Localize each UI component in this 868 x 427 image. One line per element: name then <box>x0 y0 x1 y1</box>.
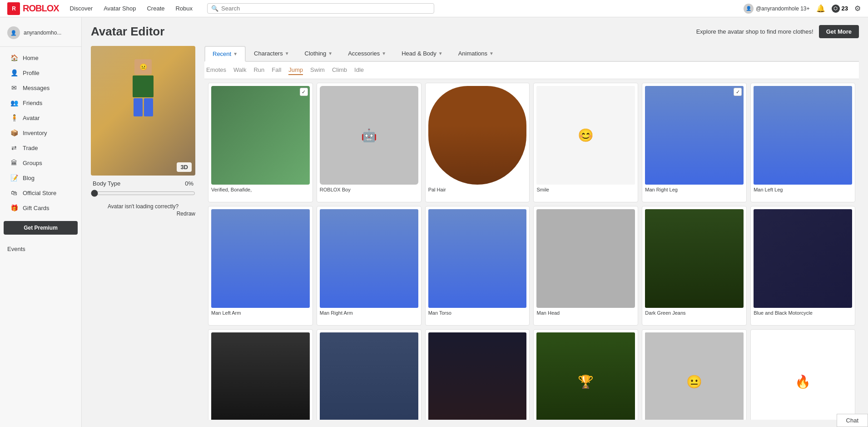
item-card[interactable]: Pal Hair <box>425 83 530 202</box>
item-image <box>428 86 527 185</box>
editor-panel: 😐 3D Body Type 0% Avatar isn't loading c… <box>91 46 859 420</box>
item-card[interactable]: ✓ Verified, Bonafide, <box>208 83 313 202</box>
item-card[interactable]: Man Left Arm <box>208 206 313 326</box>
robux-icon: ⬡ <box>832 5 840 13</box>
sidebar-item-friends[interactable]: 👥 Friends <box>3 95 79 110</box>
sidebar-item-messages[interactable]: ✉ Messages <box>3 80 79 95</box>
explore-text: Explore the avatar shop to find more clo… <box>696 28 813 35</box>
item-card[interactable]: Black Jeans with Sneakers <box>208 329 313 420</box>
redraw-link[interactable]: Redraw <box>91 211 195 217</box>
messages-icon: ✉ <box>10 84 18 91</box>
sub-tab-swim[interactable]: Swim <box>310 65 325 75</box>
logo[interactable]: R ROBLOX <box>7 2 59 15</box>
sidebar-label-giftcards: Gift Cards <box>23 205 50 211</box>
item-card[interactable]: 😐 Blockhead <box>642 329 747 420</box>
item-card[interactable]: Man Right Arm <box>317 206 422 326</box>
item-name: Man Left Arm <box>211 310 310 322</box>
sidebar-username: anyrandomho... <box>24 30 61 36</box>
item-image <box>211 332 310 420</box>
sidebar-label-messages: Messages <box>23 85 50 91</box>
avatar-torso <box>133 75 154 97</box>
item-name: Man Right Arm <box>320 310 418 322</box>
sidebar-item-blog[interactable]: 📝 Blog <box>3 171 79 185</box>
nav-discover[interactable]: Discover <box>70 5 93 12</box>
sub-tab-fall[interactable]: Fall <box>272 65 281 75</box>
sidebar-item-home[interactable]: 🏠 Home <box>3 50 79 65</box>
chat-button[interactable]: Chat <box>837 414 868 427</box>
item-card[interactable]: Man Torso <box>425 206 530 326</box>
tab-clothing-arrow: ▼ <box>328 51 332 56</box>
sidebar-item-official-store[interactable]: 🛍 Official Store <box>3 186 79 200</box>
nav-robux[interactable]: Robux <box>175 5 193 12</box>
get-more-button[interactable]: Get More <box>819 25 859 38</box>
item-card[interactable]: Man Head <box>533 206 638 326</box>
body-type-row: Body Type 0% <box>91 180 195 187</box>
item-card[interactable]: Blue and Black Motorcycle <box>750 206 855 326</box>
nav-avatarshop[interactable]: Avatar Shop <box>104 5 136 12</box>
logo-icon: R <box>7 2 20 15</box>
sub-tab-climb[interactable]: Climb <box>332 65 347 75</box>
search-input[interactable] <box>221 5 430 12</box>
tab-headbody[interactable]: Head & Body ▼ <box>394 46 450 60</box>
store-icon: 🛍 <box>10 189 18 196</box>
sub-tab-jump[interactable]: Jump <box>288 65 303 75</box>
item-name: Man Right Leg <box>645 186 744 199</box>
sidebar-item-trade[interactable]: ⇄ Trade <box>3 141 79 155</box>
sidebar-item-gift-cards[interactable]: 🎁 Gift Cards <box>3 201 79 215</box>
tab-recent-label: Recent <box>213 50 231 57</box>
gear-icon[interactable]: ⚙ <box>854 4 861 13</box>
sub-tab-run[interactable]: Run <box>253 65 264 75</box>
nav-right: 👤 @anyrandomhole 13+ 🔔 ⬡ 23 ⚙ <box>744 4 861 14</box>
item-card[interactable]: Jean Shorts with White <box>317 329 422 420</box>
sub-tab-idle[interactable]: Idle <box>354 65 364 75</box>
search-bar[interactable]: 🔍 <box>207 3 434 14</box>
item-name: Smile <box>536 186 635 199</box>
friends-icon: 👥 <box>10 99 18 106</box>
item-card[interactable]: 😊 Smile <box>533 83 638 202</box>
tab-accessories[interactable]: Accessories ▼ <box>341 46 393 60</box>
avatar-error-text: Avatar isn't loading correctly? <box>91 203 195 210</box>
sub-tab-emotes[interactable]: Emotes <box>206 65 226 75</box>
item-card[interactable]: ✓ Man Right Leg <box>642 83 747 202</box>
tab-clothing[interactable]: Clothing ▼ <box>298 46 340 60</box>
item-image: ✓ <box>211 86 310 185</box>
nav-create[interactable]: Create <box>147 5 164 12</box>
item-card[interactable]: Man Left Leg <box>750 83 855 202</box>
tab-bar: Recent ▼ Characters ▼ Clothing ▼ Accesso… <box>204 46 859 62</box>
nav-user[interactable]: 👤 @anyrandomhole 13+ <box>744 4 810 14</box>
get-premium-button[interactable]: Get Premium <box>4 221 78 235</box>
item-card[interactable]: Guitar Tee with Black <box>425 329 530 420</box>
item-card[interactable]: 🤖 ROBLOX Boy <box>317 83 422 202</box>
tab-recent[interactable]: Recent ▼ <box>204 46 246 62</box>
robux-count[interactable]: ⬡ 23 <box>832 5 848 13</box>
item-card[interactable]: Dark Green Jeans <box>642 206 747 326</box>
bell-icon[interactable]: 🔔 <box>816 4 825 13</box>
tab-clothing-label: Clothing <box>305 50 327 57</box>
item-name: Verified, Bonafide, <box>211 186 310 199</box>
tab-characters-label: Characters <box>254 50 283 57</box>
main-layout: 👤 anyrandomho... 🏠 Home 👤 Profile ✉ Mess… <box>0 17 868 427</box>
item-image <box>536 209 635 308</box>
body-type-slider[interactable] <box>91 190 195 197</box>
sidebar-item-inventory[interactable]: 📦 Inventory <box>3 126 79 140</box>
avatar-figure: 😐 <box>101 59 185 163</box>
tab-characters[interactable]: Characters ▼ <box>247 46 296 60</box>
sidebar-item-events[interactable]: Events <box>0 242 81 256</box>
trade-icon: ⇄ <box>10 144 18 151</box>
sidebar-item-profile[interactable]: 👤 Profile <box>3 65 79 80</box>
item-image <box>211 209 310 308</box>
avatar-legs <box>134 98 153 116</box>
sidebar-label-store: Official Store <box>23 190 56 196</box>
item-name: Man Left Leg <box>754 186 852 199</box>
sidebar-item-avatar[interactable]: 🧍 Avatar <box>3 111 79 125</box>
item-card[interactable]: 🏆 Green Jersey <box>533 329 638 420</box>
sidebar-label-friends: Friends <box>23 100 42 106</box>
tab-recent-arrow: ▼ <box>233 51 238 56</box>
tab-animations[interactable]: Animations ▼ <box>451 46 501 60</box>
page-header: Avatar Editor Explore the avatar shop to… <box>91 25 859 39</box>
item-card[interactable]: 🔥 Bloxxer <box>750 329 855 420</box>
sub-tab-walk[interactable]: Walk <box>233 65 246 75</box>
sidebar-item-groups[interactable]: 🏛 Groups <box>3 156 79 170</box>
sidebar-label-profile: Profile <box>23 70 40 76</box>
body-type-label: Body Type <box>93 180 120 187</box>
